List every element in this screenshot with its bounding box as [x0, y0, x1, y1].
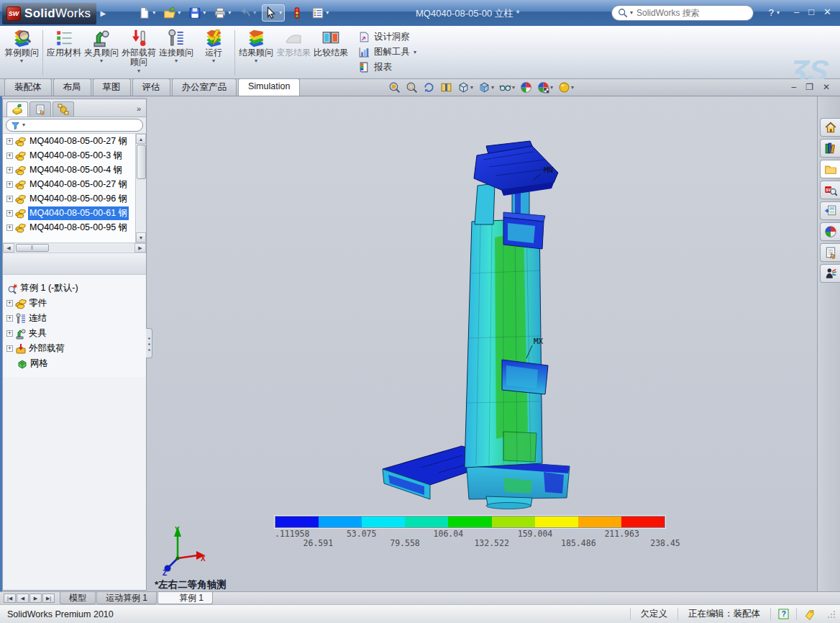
appearances-tab[interactable] — [820, 222, 840, 241]
expand-icon[interactable]: + — [6, 300, 13, 306]
filter-arrow-icon[interactable]: ▾ — [22, 122, 25, 128]
panel-splitter-handle[interactable]: ◂◂◂ — [146, 328, 152, 358]
3d-drawing-view-button[interactable] — [440, 81, 452, 94]
solidworks-search-tab[interactable]: SW — [820, 181, 840, 199]
bottom-tab-运动算例 1[interactable]: 运动算例 1 — [96, 592, 157, 604]
user-community-tab[interactable] — [820, 264, 840, 283]
view-orientation-button[interactable]: ▾ — [457, 81, 473, 94]
expand-icon[interactable]: + — [6, 210, 13, 217]
bottom-tab-模型[interactable]: 模型 — [60, 592, 96, 604]
tree-filter-input[interactable]: ▾ — [6, 119, 143, 132]
new-doc-button[interactable]: ▾ — [136, 5, 158, 21]
study-tree-item[interactable]: +夹具 — [4, 326, 145, 341]
prev-tab-button[interactable]: ◀ — [17, 594, 29, 603]
scroll-up-arrow[interactable]: ▲ — [136, 134, 146, 144]
search-input[interactable] — [635, 7, 747, 19]
dropdown-arrow-icon[interactable]: ▾ — [175, 58, 178, 64]
study-tree-item[interactable]: +外部载荷 — [4, 341, 145, 356]
tree-vertical-scrollbar[interactable]: ▲ ▼ — [135, 134, 146, 242]
study-title-row[interactable]: 算例 1 (-默认-) — [4, 281, 145, 296]
panel-chevron-button[interactable]: » — [137, 104, 142, 113]
feature-manager-tab[interactable] — [6, 101, 28, 117]
dropdown-arrow-icon[interactable]: ▾ — [100, 58, 103, 64]
doc-minimize-button[interactable]: – — [791, 82, 796, 92]
dropdown-arrow-icon[interactable]: ▾ — [228, 10, 231, 16]
solidworks-menu-button[interactable]: SW SolidWorks — [2, 3, 96, 24]
expand-icon[interactable]: + — [6, 315, 13, 322]
list-options-button[interactable]: ▾ — [309, 5, 331, 21]
scroll-thumb[interactable] — [137, 145, 146, 179]
close-button[interactable]: ✕ — [823, 6, 831, 17]
dropdown-arrow-icon[interactable]: ▾ — [253, 10, 256, 16]
expand-icon[interactable]: + — [6, 330, 13, 337]
next-tab-button[interactable]: ▶ — [29, 594, 42, 603]
traffic-light-button[interactable] — [288, 5, 306, 21]
tab-评估[interactable]: 评估 — [132, 78, 170, 96]
scroll-thumb-horizontal[interactable]: ⫴ — [16, 244, 49, 252]
dropdown-arrow-icon[interactable]: ▾ — [414, 50, 416, 55]
feature-tree-item[interactable]: +MQ4040-08-05-00-4 钢 — [3, 163, 136, 177]
view-palette-tab[interactable] — [820, 201, 840, 220]
view-settings-button[interactable]: ▾ — [558, 81, 574, 94]
menu-expand-arrow-icon[interactable]: ▶ — [100, 9, 106, 17]
resize-grip[interactable] — [827, 610, 836, 619]
search-box[interactable]: ▾ — [611, 5, 754, 21]
dropdown-arrow-icon[interactable]: ▾ — [470, 85, 473, 91]
dropdown-arrow-icon[interactable]: ▾ — [571, 85, 574, 91]
expand-icon[interactable]: + — [6, 345, 13, 352]
doc-close-button[interactable]: ✕ — [823, 82, 830, 92]
last-tab-button[interactable]: ▶| — [42, 594, 55, 603]
tags-button[interactable] — [796, 608, 823, 620]
minimize-button[interactable]: – — [794, 6, 799, 17]
quick-tips-button[interactable]: ? — [770, 608, 796, 620]
ribbon-external-loads-advisor-button[interactable]: 外部载荷顾问▾ — [120, 27, 158, 78]
open-folder-button[interactable]: ▾ — [161, 5, 183, 21]
tab-草图[interactable]: 草图 — [93, 78, 131, 96]
study-tree-item[interactable]: +零件 — [4, 296, 145, 311]
custom-properties-tab[interactable] — [820, 243, 840, 262]
hide-show-items-button[interactable]: ▾ — [499, 81, 515, 94]
ribbon-connections-advisor-button[interactable]: 连接顾问▾ — [158, 27, 195, 78]
help-button[interactable]: ?▾ — [769, 7, 780, 18]
tab-Simulation[interactable]: Simulation — [238, 78, 300, 96]
property-manager-tab[interactable] — [29, 101, 51, 117]
scroll-left-arrow[interactable]: ◀ — [3, 243, 14, 253]
ribbon-apply-material-button[interactable]: 应用材料 — [45, 27, 83, 78]
solidworks-resources-tab[interactable] — [820, 118, 840, 137]
expand-icon[interactable]: + — [6, 167, 13, 173]
design-library-tab[interactable] — [820, 139, 840, 158]
expand-icon[interactable]: + — [6, 224, 13, 231]
undo-button[interactable]: ▾ — [237, 5, 258, 21]
ribbon-deformed-result-button[interactable]: 变形结果 — [275, 27, 312, 78]
ribbon-plot-tools-button[interactable]: 图解工具▾ — [358, 46, 416, 58]
ribbon-study-advisor-button[interactable]: 算例顾问▾ — [3, 27, 40, 78]
dropdown-arrow-icon[interactable]: ▾ — [152, 10, 155, 16]
ribbon-report-button[interactable]: 报表 — [358, 61, 416, 73]
study-tree-item[interactable]: 网格 — [4, 356, 145, 371]
feature-tree-item[interactable]: +MQ4040-08-05-00-95 钢 — [3, 220, 136, 235]
select-cursor-button[interactable]: ▾ — [262, 4, 285, 22]
expand-icon[interactable]: + — [6, 153, 13, 159]
dropdown-arrow-icon[interactable]: ▾ — [255, 58, 257, 64]
dropdown-arrow-icon[interactable]: ▾ — [326, 10, 329, 16]
feature-tree-item[interactable]: +MQ4040-08-05-00-96 钢 — [3, 191, 136, 206]
ribbon-results-advisor-button[interactable]: 结果顾问▾ — [237, 27, 275, 78]
dropdown-arrow-icon[interactable]: ▾ — [178, 10, 181, 16]
dropdown-arrow-icon[interactable]: ▾ — [212, 58, 215, 64]
expand-icon[interactable]: + — [6, 181, 13, 188]
dropdown-arrow-icon[interactable]: ▾ — [279, 10, 282, 16]
study-tree-item[interactable]: +连结 — [4, 311, 145, 326]
tab-布局[interactable]: 布局 — [53, 78, 91, 96]
edit-appearance-button[interactable] — [520, 81, 532, 94]
dropdown-arrow-icon[interactable]: ▾ — [491, 85, 494, 91]
apply-scene-button[interactable]: ▾ — [537, 81, 553, 94]
print-button[interactable]: ▾ — [211, 5, 233, 21]
configuration-manager-tab[interactable] — [52, 101, 74, 117]
tree-horizontal-scrollbar[interactable]: ◀ ⫴ ▶ — [3, 243, 146, 253]
scroll-down-arrow[interactable]: ▼ — [136, 232, 146, 242]
bottom-tab-算例 1[interactable]: 算例 1 — [158, 592, 213, 604]
dropdown-arrow-icon[interactable]: ▾ — [203, 10, 206, 16]
feature-tree-item[interactable]: +MQ4040-08-05-00-61 钢 — [3, 206, 136, 220]
dropdown-arrow-icon[interactable]: ▾ — [550, 85, 553, 91]
ribbon-design-insight-button[interactable]: 设计洞察 — [358, 31, 416, 43]
